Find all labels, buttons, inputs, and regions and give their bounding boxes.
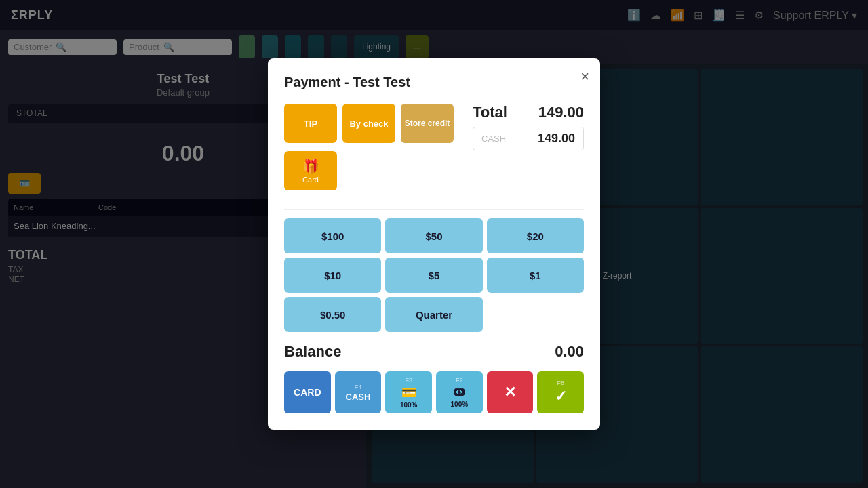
card-payment-button[interactable]: CARD [284, 371, 331, 413]
confirm-button[interactable]: F8 ✓ [537, 371, 584, 413]
denom-1[interactable]: $1 [487, 258, 584, 293]
denomination-grid: $100 $50 $20 $10 $5 $1 $0.50 Quarter [284, 218, 584, 332]
cash-fkey: F4 [355, 384, 362, 390]
denom-empty [487, 297, 584, 332]
payment-methods-row: TIP By check Store credit [284, 104, 454, 143]
denom-quarter[interactable]: Quarter [385, 297, 482, 332]
voucher-fkey: F2 [456, 377, 463, 384]
cash-payment-label: CASH [346, 392, 371, 402]
gift-icon: 🎁 [302, 158, 319, 174]
gift-card-button[interactable]: 🎁 Card [284, 151, 337, 190]
denom-10[interactable]: $10 [284, 258, 381, 293]
modal-close-button[interactable]: × [580, 69, 589, 84]
payment-method-section: TIP By check Store credit 🎁 Card [284, 104, 454, 199]
cash-field-label: CASH [481, 134, 538, 144]
card-payment-label: CARD [294, 387, 321, 398]
credit-pct: 100% [400, 401, 418, 409]
voucher-icon: 🎟 [453, 385, 465, 399]
confirm-fkey: F8 [557, 380, 564, 386]
modal-overlay[interactable]: Payment - Test Test × TIP By check Store… [0, 0, 868, 488]
voucher-pct: 100% [451, 401, 469, 408]
modal-separator [284, 209, 584, 210]
modal-total-label: Total [473, 104, 507, 121]
modal-total-value: 149.00 [538, 104, 584, 121]
cancel-icon: ✕ [504, 384, 516, 401]
payment-modal: Payment - Test Test × TIP By check Store… [268, 58, 600, 430]
denom-050[interactable]: $0.50 [284, 297, 381, 332]
balance-row: Balance 0.00 [284, 340, 584, 363]
modal-top: TIP By check Store credit 🎁 Card Total 1… [284, 104, 584, 199]
gift-card-row: 🎁 Card [284, 151, 454, 190]
gift-card-label: Card [302, 176, 319, 184]
confirm-icon: ✓ [555, 388, 567, 405]
cancel-button[interactable]: ✕ [487, 371, 534, 413]
denom-100[interactable]: $100 [284, 218, 381, 253]
cash-payment-button[interactable]: F4 CASH [335, 371, 382, 413]
credit-fkey: F3 [405, 377, 412, 384]
credit-card-button[interactable]: F3 💳 100% [385, 371, 432, 413]
voucher-button[interactable]: F2 🎟 100% [436, 371, 483, 413]
modal-actions: CARD F4 CASH F3 💳 100% F2 🎟 100% ✕ [284, 371, 584, 413]
bycheck-button[interactable]: By check [342, 104, 395, 143]
denom-50[interactable]: $50 [385, 218, 482, 253]
credit-icon: 💳 [401, 385, 416, 400]
denom-5[interactable]: $5 [385, 258, 482, 293]
store-credit-button[interactable]: Store credit [401, 104, 454, 143]
cash-input-row[interactable]: CASH 149.00 [473, 127, 584, 150]
total-section: Total 149.00 CASH 149.00 [473, 104, 584, 199]
tip-button[interactable]: TIP [284, 104, 337, 143]
modal-title: Payment - Test Test [284, 75, 584, 90]
balance-value: 0.00 [555, 343, 584, 361]
denom-20[interactable]: $20 [487, 218, 584, 253]
modal-total-row: Total 149.00 [473, 104, 584, 121]
balance-label: Balance [284, 343, 341, 361]
cash-field-value: 149.00 [538, 131, 575, 146]
